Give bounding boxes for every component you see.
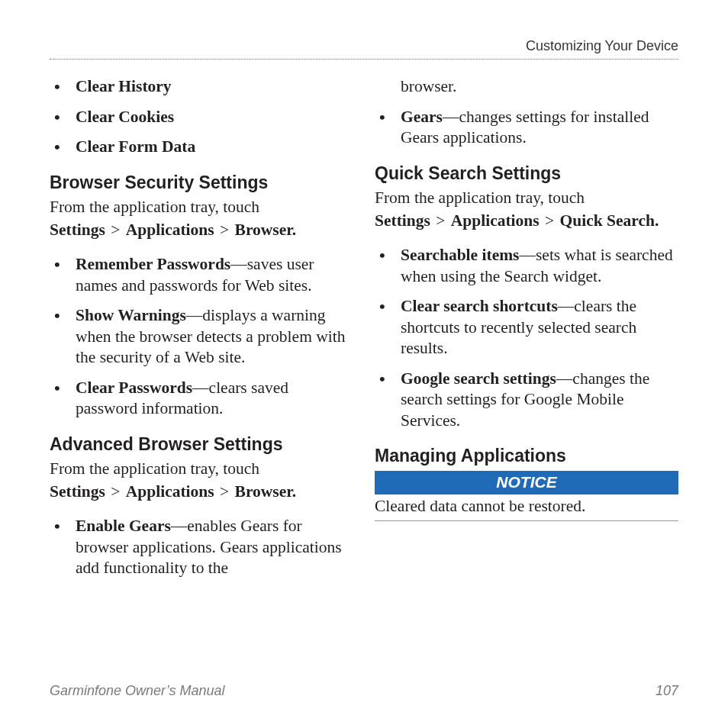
section-heading-managing-applications: Managing Applications — [375, 445, 678, 467]
section-intro: From the application tray, touch — [375, 188, 678, 209]
bullet-term: Clear Form Data — [76, 137, 195, 156]
list-item: Google search settings—changes the searc… — [375, 369, 678, 432]
path-segment: Browser — [235, 482, 292, 501]
bullet-term: Gears — [401, 108, 443, 126]
bullet-term: Searchable items — [401, 246, 519, 264]
path-segment: Applications — [126, 221, 214, 239]
quick-search-bullet-list: Searchable items—sets what is searched w… — [375, 245, 678, 431]
bullet-term: Clear History — [76, 77, 172, 95]
continuation-text: browser. — [401, 76, 678, 98]
list-item: Show Warnings—displays a warning when th… — [50, 305, 353, 369]
bullet-term: Clear Cookies — [76, 108, 174, 126]
list-item: Enable Gears—enables Gears for browser a… — [50, 516, 353, 579]
list-item: Clear search shortcuts—clears the shortc… — [375, 296, 678, 359]
security-bullet-list: Remember Passwords—saves user names and … — [50, 254, 353, 420]
advanced-bullet-list: Enable Gears—enables Gears for browser a… — [50, 516, 353, 579]
manual-title: Garminfone Owner’s Manual — [50, 683, 224, 699]
path-segment: Settings — [50, 221, 105, 239]
section-intro: From the application tray, touch — [50, 197, 353, 218]
list-item: Clear Passwords—clears saved password in… — [50, 378, 353, 420]
page-footer: Garminfone Owner’s Manual 107 — [50, 683, 678, 699]
list-item: Clear History — [50, 76, 353, 98]
header-rule — [50, 59, 678, 60]
left-column: Clear History Clear Cookies Clear Form D… — [50, 76, 353, 669]
path-segment: Settings — [375, 211, 430, 230]
list-item: Searchable items—sets what is searched w… — [375, 245, 678, 287]
section-heading-quick-search: Quick Search Settings — [375, 163, 678, 185]
advanced-continued-list: Gears—changes settings for installed Gea… — [375, 107, 678, 149]
list-item: Clear Cookies — [50, 107, 353, 128]
list-item: Clear Form Data — [50, 137, 353, 158]
right-column: browser. Gears—changes settings for inst… — [375, 76, 678, 669]
bullet-term: Google search settings — [401, 369, 556, 388]
path-segment: Settings — [50, 482, 105, 501]
section-heading-advanced-browser: Advanced Browser Settings — [50, 433, 353, 456]
list-item: Remember Passwords—saves user names and … — [50, 254, 353, 296]
path-segment: Applications — [126, 482, 214, 501]
bullet-term: Show Warnings — [76, 306, 186, 324]
bullet-term: Clear search shortcuts — [401, 297, 558, 315]
bullet-term: Remember Passwords — [76, 255, 230, 273]
notice-body: Cleared data cannot be restored. — [375, 494, 678, 521]
notice-label: NOTICE — [375, 471, 678, 495]
manual-page: Customizing Your Device Clear History Cl… — [0, 0, 728, 728]
page-number: 107 — [656, 683, 678, 699]
running-head: Customizing Your Device — [50, 38, 678, 59]
list-item: Gears—changes settings for installed Gea… — [375, 107, 678, 149]
breadcrumb-path: Settings > Applications > Browser. — [50, 482, 353, 503]
top-bullet-list: Clear History Clear Cookies Clear Form D… — [50, 76, 353, 158]
breadcrumb-path: Settings > Applications > Browser. — [50, 220, 353, 241]
two-column-layout: Clear History Clear Cookies Clear Form D… — [50, 76, 678, 669]
section-intro: From the application tray, touch — [50, 459, 353, 480]
bullet-term: Clear Passwords — [76, 378, 192, 397]
path-segment: Browser — [235, 221, 292, 239]
bullet-term: Enable Gears — [76, 517, 171, 535]
section-heading-browser-security: Browser Security Settings — [50, 172, 353, 194]
breadcrumb-path: Settings > Applications > Quick Search. — [375, 211, 678, 232]
path-segment: Applications — [451, 211, 540, 230]
path-segment: Quick Search — [560, 211, 655, 230]
